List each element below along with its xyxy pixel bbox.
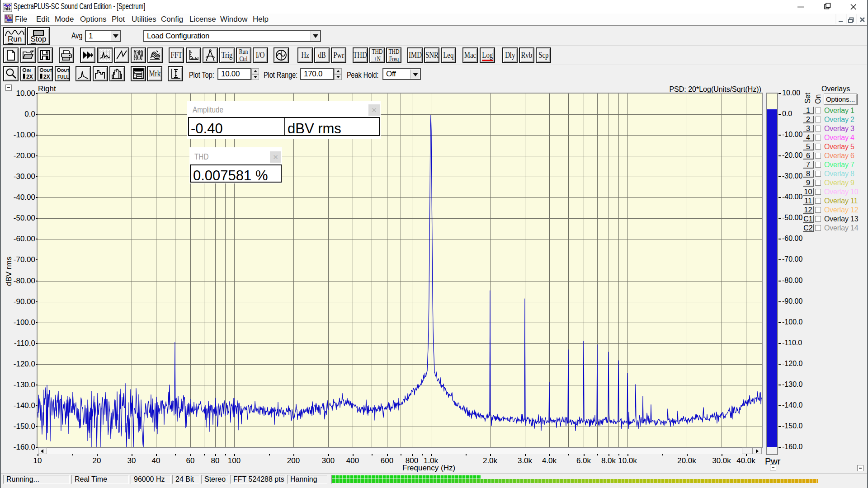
svg-text:OUT: OUT [61,68,70,73]
svg-text:2X: 2X [26,74,33,80]
svg-text:2X: 2X [43,74,50,80]
svg-text:IN: IN [27,68,31,73]
svg-text:OUT: OUT [44,68,52,73]
svg-text:FULL: FULL [57,75,69,80]
